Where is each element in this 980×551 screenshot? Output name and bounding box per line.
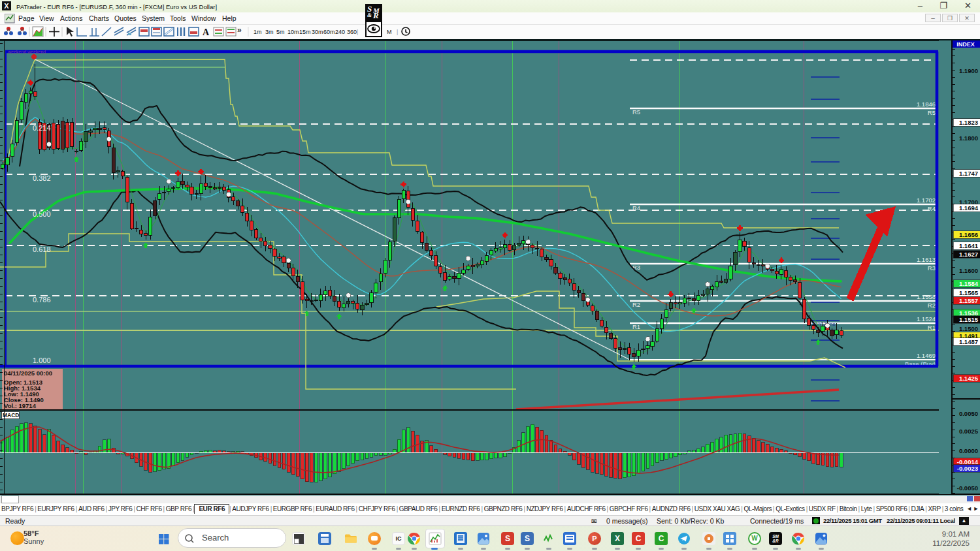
svg-text:»: » bbox=[237, 25, 242, 35]
svg-text:Vol.: 19714: Vol.: 19714 bbox=[4, 402, 37, 409]
svg-text:1.1425: 1.1425 bbox=[959, 375, 979, 382]
svg-text:MACD: MACD bbox=[3, 412, 20, 418]
svg-text:R2: R2 bbox=[632, 301, 640, 308]
svg-text:0.618: 0.618 bbox=[33, 245, 51, 253]
svg-text:1.1800: 1.1800 bbox=[959, 134, 978, 142]
svg-text:R3: R3 bbox=[928, 264, 936, 272]
svg-text:1.1584: 1.1584 bbox=[959, 280, 979, 287]
svg-text:R5: R5 bbox=[632, 108, 640, 116]
svg-text:R4: R4 bbox=[928, 205, 936, 212]
svg-text:1.1747: 1.1747 bbox=[959, 170, 978, 177]
svg-text:1.1565: 1.1565 bbox=[959, 289, 979, 296]
svg-text:1.1694: 1.1694 bbox=[959, 204, 979, 212]
svg-text:-0.0023: -0.0023 bbox=[957, 465, 978, 472]
svg-text:0.500: 0.500 bbox=[33, 210, 51, 218]
svg-text:1.1846: 1.1846 bbox=[917, 101, 936, 108]
svg-text:0.382: 0.382 bbox=[33, 174, 51, 182]
svg-text:1.1656: 1.1656 bbox=[959, 231, 978, 238]
svg-text:R5: R5 bbox=[928, 109, 936, 116]
svg-text:-0.0050: -0.0050 bbox=[957, 484, 978, 492]
svg-text:1.1600: 1.1600 bbox=[959, 267, 978, 274]
svg-text:04/11/2025 00:00: 04/11/2025 00:00 bbox=[4, 370, 52, 377]
svg-text:1.1823: 1.1823 bbox=[959, 119, 978, 126]
svg-text:1.1627: 1.1627 bbox=[959, 251, 978, 258]
svg-text:A: A bbox=[203, 27, 210, 37]
svg-text:0.0000: 0.0000 bbox=[959, 447, 978, 454]
svg-text:0.0025: 0.0025 bbox=[959, 428, 979, 435]
svg-text:0.214: 0.214 bbox=[33, 124, 51, 132]
svg-text:1.1515: 1.1515 bbox=[959, 316, 979, 323]
svg-text:1.1702: 1.1702 bbox=[917, 197, 936, 204]
svg-text:0.0050: 0.0050 bbox=[959, 410, 978, 417]
svg-text:0.786: 0.786 bbox=[33, 296, 51, 304]
svg-text:weekend weekend: weekend weekend bbox=[7, 50, 46, 54]
svg-text:INDEX: INDEX bbox=[956, 41, 975, 48]
svg-text:R2: R2 bbox=[928, 302, 936, 309]
svg-text:1.1900: 1.1900 bbox=[959, 67, 978, 74]
svg-text:1.1557: 1.1557 bbox=[959, 297, 978, 304]
svg-text:1.1487: 1.1487 bbox=[959, 338, 978, 345]
svg-text:1.1558: 1.1558 bbox=[917, 293, 936, 300]
svg-text:1.1469: 1.1469 bbox=[917, 352, 936, 359]
svg-text:R1: R1 bbox=[928, 324, 936, 331]
svg-text:1.1500: 1.1500 bbox=[959, 325, 978, 332]
svg-text:1.1613: 1.1613 bbox=[917, 256, 936, 263]
svg-text:R1: R1 bbox=[632, 323, 640, 330]
svg-text:1.1641: 1.1641 bbox=[959, 242, 979, 249]
svg-text:R4: R4 bbox=[632, 204, 640, 212]
svg-text:1.1524: 1.1524 bbox=[917, 315, 936, 323]
svg-text:1.000: 1.000 bbox=[33, 356, 51, 364]
